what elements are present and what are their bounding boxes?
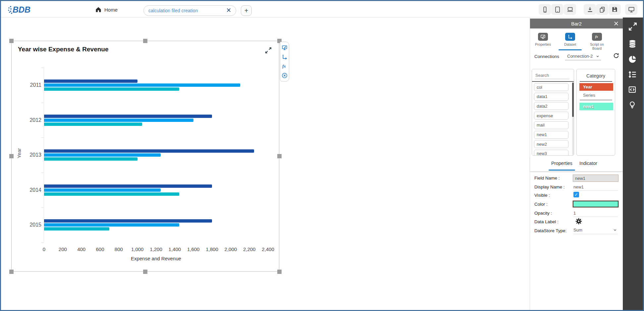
bar-series-teal-2011[interactable] xyxy=(44,87,179,91)
chart-script-icon[interactable]: fx xyxy=(281,62,289,70)
datastore-type-label: DataStore Type: xyxy=(534,228,566,233)
display-name-input[interactable]: new1 xyxy=(573,184,618,191)
display-name-label: Display Name : xyxy=(534,184,565,189)
series-chip[interactable]: new1 xyxy=(579,103,613,110)
y-tick-mark xyxy=(41,242,44,243)
new-tab-button[interactable]: + xyxy=(241,5,252,16)
smartphone-icon[interactable] xyxy=(539,4,551,15)
tablet-icon[interactable] xyxy=(551,4,564,15)
opacity-label: Opacity : xyxy=(534,211,552,216)
code-box-icon[interactable] xyxy=(628,85,638,95)
resize-handle[interactable] xyxy=(277,154,282,158)
bar-series-dark-blue-2011[interactable] xyxy=(44,79,137,83)
chevron-down-icon xyxy=(613,228,617,233)
copy-icon[interactable] xyxy=(596,4,608,15)
resize-handle[interactable] xyxy=(143,39,147,43)
search-input[interactable] xyxy=(535,72,569,79)
field-item-mail[interactable]: mail xyxy=(534,121,568,129)
category-chip[interactable]: Year xyxy=(579,83,613,91)
x-axis-title: Expense and Revenue xyxy=(106,256,206,261)
connection-value: Connection-2 xyxy=(567,54,593,59)
bar-series-light-blue-2011[interactable] xyxy=(44,83,240,87)
scrollbar xyxy=(572,82,574,155)
bar-series-light-blue-2013[interactable] xyxy=(44,153,161,157)
bar-series-dark-blue-2015[interactable] xyxy=(44,219,212,223)
svg-text:BDB: BDB xyxy=(13,5,30,14)
opacity-input[interactable]: 1 xyxy=(573,211,618,217)
field-item-new1[interactable]: new1 xyxy=(534,131,568,139)
component-panel: Bar2 Properties Dataset fx Script on Boa… xyxy=(530,18,623,311)
subtab-indicator[interactable]: Indicator xyxy=(579,161,597,166)
script-tab-label: Script on Board xyxy=(585,42,609,50)
datastore-icon[interactable] xyxy=(628,39,638,49)
field-item-new3[interactable]: new3 xyxy=(534,150,568,156)
scrollbar-thumb[interactable] xyxy=(572,82,574,117)
home-icon[interactable] xyxy=(95,6,102,14)
panel-close-icon[interactable] xyxy=(614,21,619,27)
tab-properties[interactable]: Properties xyxy=(531,33,555,46)
script-tab-icon: fx xyxy=(592,33,602,41)
refresh-icon[interactable] xyxy=(613,52,620,60)
field-item-data1[interactable]: data1 xyxy=(534,93,568,101)
bar-series-light-blue-2015[interactable] xyxy=(44,223,179,227)
monitor-icon[interactable] xyxy=(625,4,637,15)
bar-series-teal-2014[interactable] xyxy=(44,192,179,196)
connections-label: Connections xyxy=(534,54,559,59)
idea-bulb-icon[interactable] xyxy=(628,100,638,110)
bar-series-light-blue-2012[interactable] xyxy=(44,119,193,122)
category-box: Category Year Series new1 xyxy=(576,69,615,156)
chart-title: Year wise Expense & Revenue xyxy=(18,46,109,53)
resize-handle[interactable] xyxy=(9,154,14,158)
x-tick-label-2,400: 2,400 xyxy=(256,246,280,252)
resize-handle[interactable] xyxy=(143,270,147,274)
datastore-type-value: Sum xyxy=(573,228,582,233)
chart-dataset-icon[interactable] xyxy=(281,53,289,61)
bar-series-teal-2015[interactable] xyxy=(44,227,109,231)
active-tab-underline xyxy=(559,49,582,50)
field-list: coldata1data2expensemailnew1new2new3 xyxy=(532,81,574,156)
document-tab[interactable]: calculation filed creation xyxy=(143,5,236,16)
save-icon[interactable] xyxy=(609,4,621,15)
line-spacing-icon[interactable] xyxy=(628,70,638,80)
bar-series-teal-2013[interactable] xyxy=(44,157,137,161)
download-icon[interactable] xyxy=(584,4,596,15)
chart-toolbar: fx xyxy=(280,42,289,81)
resize-handle[interactable] xyxy=(9,270,14,274)
bar-series-dark-blue-2012[interactable] xyxy=(44,115,212,118)
datastore-type-select[interactable]: Sum xyxy=(573,228,618,234)
tab-dataset[interactable]: Dataset xyxy=(559,33,582,46)
resize-handle[interactable] xyxy=(277,270,282,274)
data-label-label: Data Label : xyxy=(534,219,559,224)
bar-series-dark-blue-2014[interactable] xyxy=(44,184,212,188)
tab-script-on-board[interactable]: fx Script on Board xyxy=(585,33,609,50)
field-item-data2[interactable]: data2 xyxy=(534,102,568,110)
connection-select[interactable]: Connection-2 xyxy=(565,53,601,60)
data-label-settings-gear-icon[interactable] xyxy=(575,218,582,225)
laptop-icon[interactable] xyxy=(564,4,576,15)
subtab-properties[interactable]: Properties xyxy=(551,161,572,166)
panel-header: Bar2 xyxy=(530,19,623,28)
color-swatch[interactable] xyxy=(573,201,618,207)
bar-series-teal-2012[interactable] xyxy=(44,123,142,126)
bar-chart-widget[interactable]: Year wise Expense & Revenue Year Expense… xyxy=(11,41,279,272)
field-name-input[interactable]: new1 xyxy=(573,175,618,182)
resize-handle[interactable] xyxy=(9,39,14,43)
pie-chart-icon[interactable] xyxy=(628,55,638,65)
right-toolbar xyxy=(623,18,643,311)
visible-checkbox[interactable]: ✓ xyxy=(573,192,579,197)
y-tick-label-2015: 2015 xyxy=(20,222,41,228)
chart-properties-icon[interactable] xyxy=(281,43,289,52)
field-item-col[interactable]: col xyxy=(534,83,568,91)
category-header: Category xyxy=(577,73,615,78)
expand-chart-icon[interactable] xyxy=(264,46,273,55)
home-label[interactable]: Home xyxy=(104,7,118,13)
field-item-new2[interactable]: new2 xyxy=(534,140,568,148)
field-item-expense[interactable]: expense xyxy=(534,112,568,120)
properties-tab-label: Properties xyxy=(531,42,555,46)
close-tab-icon[interactable] xyxy=(226,8,231,14)
bar-series-light-blue-2014[interactable] xyxy=(44,188,161,192)
expand-arrows-icon[interactable] xyxy=(628,22,638,31)
chart-remove-icon[interactable] xyxy=(281,71,289,79)
bdb-logo[interactable]: BDB xyxy=(8,3,33,17)
bar-series-dark-blue-2013[interactable] xyxy=(44,149,254,153)
